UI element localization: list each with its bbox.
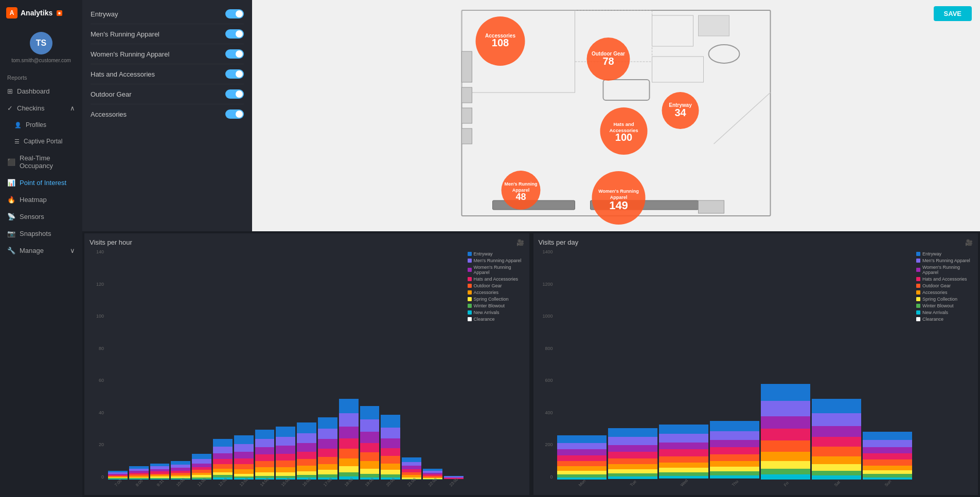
- filter-label-entryway: Entryway: [91, 10, 118, 18]
- legend-dot: [916, 259, 920, 263]
- main-content: Entryway Men's Running Apparel Women's R…: [82, 0, 980, 497]
- filter-row-womens: Women's Running Apparel: [91, 44, 244, 64]
- chart-camera-icon[interactable]: 🎥: [516, 239, 524, 246]
- bar-segment: [812, 464, 861, 471]
- charts-area: Visits per hour 🎥 140120100806040200 7:0…: [82, 231, 980, 497]
- bar-group: 19:00: [360, 406, 380, 480]
- bar-segment: [192, 459, 211, 464]
- sidebar: A Analytiks ■ TS tom.smith@customer.com …: [0, 0, 82, 497]
- save-button[interactable]: SAVE: [934, 6, 972, 21]
- bar-segment: [255, 454, 275, 461]
- y-labels-day: 1400120010008006004002000: [539, 249, 553, 490]
- bar-stack: [710, 421, 759, 480]
- legend-item: Men's Running Apparel: [916, 258, 973, 263]
- bar-segment: [381, 464, 400, 470]
- sidebar-profiles-label: Profiles: [26, 121, 46, 128]
- legend-item: Men's Running Apparel: [468, 258, 524, 263]
- bar-stack: [608, 428, 657, 480]
- sidebar-sensors-label: Sensors: [20, 213, 44, 220]
- checkins-icon: ✓: [7, 104, 13, 112]
- bar-segment: [812, 475, 861, 480]
- svg-text:108: 108: [492, 37, 509, 48]
- sidebar-item-profiles[interactable]: 👤 Profiles: [0, 117, 82, 133]
- sidebar-checkins-label: Checkins: [17, 104, 44, 112]
- sidebar-item-sensors[interactable]: 📡 Sensors: [0, 208, 82, 225]
- toggle-outdoor[interactable]: [225, 89, 244, 99]
- legend-item: Women's Running Apparel: [916, 265, 973, 275]
- bar-segment: [761, 452, 810, 462]
- bar-segment: [659, 468, 708, 472]
- sidebar-item-point-of-interest[interactable]: 📊 Point of Interest: [0, 174, 82, 191]
- toggle-womens[interactable]: [225, 49, 244, 59]
- bar-segment: [255, 447, 275, 454]
- heatmap-icon: 🔥: [7, 196, 15, 204]
- chart-camera-icon-day[interactable]: 🎥: [965, 239, 973, 246]
- bar-segment: [339, 438, 359, 449]
- bar-segment: [863, 453, 912, 459]
- bar-group: 21:00: [402, 457, 421, 480]
- bar-segment: [812, 471, 861, 476]
- bar-segment: [213, 464, 233, 469]
- filter-row-outdoor: Outdoor Gear: [91, 84, 244, 104]
- bar-segment: [297, 443, 316, 452]
- bar-segment: [557, 455, 607, 461]
- bar-segment: [381, 456, 400, 463]
- bar-segment: [761, 384, 810, 401]
- bar-segment: [557, 477, 607, 480]
- bar-segment: [381, 470, 400, 474]
- toggle-entryway[interactable]: [225, 9, 244, 19]
- bar-segment: [557, 471, 607, 474]
- bar-segment: [318, 457, 337, 464]
- bar-group: 16:00: [297, 422, 316, 480]
- sidebar-item-real-time-occupancy[interactable]: ⬛ Real-Time Occupancy: [0, 150, 82, 174]
- avatar[interactable]: TS: [30, 32, 52, 54]
- bar-group: 15:00: [276, 427, 295, 480]
- bar-segment: [381, 438, 400, 448]
- svg-rect-9: [462, 51, 472, 82]
- toggle-hats[interactable]: [225, 69, 244, 79]
- sidebar-item-manage[interactable]: 🔧 Manage ∨: [0, 242, 82, 259]
- bar-segment: [360, 461, 380, 468]
- sidebar-snapshots-label: Snapshots: [20, 230, 51, 237]
- toggle-mens[interactable]: [225, 29, 244, 39]
- bar-group: 9:31: [150, 464, 170, 480]
- chart-title-row-day: Visits per day 🎥: [539, 238, 973, 246]
- occupancy-icon: ⬛: [7, 158, 15, 166]
- bar-group: Wed: [659, 425, 708, 480]
- bar-segment: [255, 472, 275, 476]
- legend-dot: [916, 277, 920, 281]
- sidebar-item-heatmap[interactable]: 🔥 Heatmap: [0, 191, 82, 208]
- bar-stack: [863, 432, 912, 480]
- bar-stack: [108, 471, 128, 480]
- sidebar-item-dashboard[interactable]: ⊞ Dashboard: [0, 83, 82, 100]
- bar-group: Sat: [812, 399, 861, 480]
- bar-segment: [710, 421, 759, 431]
- bar-stack: [360, 406, 380, 480]
- bar-segment: [276, 437, 295, 446]
- legend-label: Accessories: [922, 290, 948, 295]
- sidebar-heatmap-label: Heatmap: [20, 196, 47, 204]
- sidebar-item-captive-portal[interactable]: ☰ Captive Portal: [0, 133, 82, 150]
- bar-stack: [276, 427, 295, 480]
- bar-segment: [761, 461, 810, 468]
- filter-label-womens: Women's Running Apparel: [91, 50, 169, 58]
- bar-segment: [608, 476, 657, 479]
- bar-stack: [557, 435, 607, 480]
- legend-item: Spring Collection: [468, 297, 524, 302]
- bar-segment: [381, 448, 400, 456]
- bar-segment: [710, 431, 759, 440]
- bar-segment: [318, 449, 337, 457]
- bar-segment: [710, 475, 759, 478]
- bar-segment: [318, 470, 337, 474]
- bar-segment: [276, 454, 295, 461]
- sidebar-item-checkins[interactable]: ✓ Checkins ∧: [0, 100, 82, 117]
- legend-item: Clearance: [468, 317, 524, 322]
- bar-segment: [863, 440, 912, 447]
- bar-segment: [812, 413, 861, 426]
- legend-dot: [468, 277, 472, 281]
- bar-segment: [863, 477, 912, 480]
- bar-segment: [608, 437, 657, 445]
- toggle-accessories[interactable]: [225, 109, 244, 119]
- sidebar-captive-label: Captive Portal: [24, 138, 62, 145]
- sidebar-item-snapshots[interactable]: 📷 Snapshots: [0, 225, 82, 242]
